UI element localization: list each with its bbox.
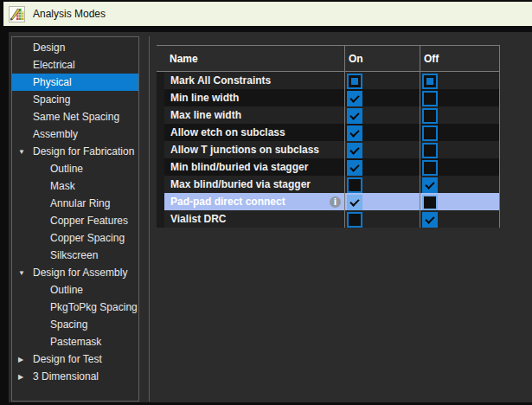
row-on-cell [344, 141, 420, 158]
row-name-cell: Pad-pad direct connecti [164, 193, 344, 210]
checkbox-on-unchecked[interactable] [347, 177, 362, 193]
sidebar-item-silkscreen[interactable]: Silkscreen [12, 247, 138, 264]
checkbox-on-unchecked[interactable] [347, 212, 362, 228]
checkbox-off-unchecked[interactable] [422, 108, 438, 124]
row-off-cell [420, 193, 500, 210]
table-row-min-line-width[interactable]: Min line width [157, 89, 500, 106]
row-on-cell [344, 158, 420, 176]
sidebar-item-design-for-assembly[interactable]: ▼Design for Assembly [12, 264, 138, 281]
row-name-cell: Max line width [164, 106, 344, 124]
sidebar-item-outline[interactable]: Outline [12, 160, 138, 177]
row-name-label: Allow etch on subclass [170, 126, 344, 138]
sidebar-item-same-net-spacing[interactable]: Same Net Spacing [12, 108, 138, 125]
checkbox-on-partial[interactable] [347, 74, 362, 89]
sidebar-item-assembly[interactable]: Assembly [12, 125, 138, 143]
checkbox-off-unchecked[interactable] [422, 195, 438, 210]
checkbox-on-checked[interactable] [347, 160, 362, 176]
analysis-modes-icon [9, 6, 25, 22]
sidebar-item-label: Physical [33, 76, 72, 88]
table-row-min-blind-buried-via-stagger[interactable]: Min blind/buried via stagger [157, 158, 500, 176]
sidebar-item-electrical[interactable]: Electrical [12, 56, 138, 74]
row-gutter [157, 106, 164, 124]
row-name-label: Mark All Constraints [170, 74, 344, 87]
table-row-max-blind-buried-via-stagger[interactable]: Max blind/buried via stagger [157, 176, 500, 193]
sidebar-item-label: Copper Features [50, 215, 128, 227]
row-gutter [157, 72, 164, 89]
row-on-cell [344, 124, 420, 141]
sidebar-item-copper-spacing[interactable]: Copper Spacing [12, 229, 138, 247]
checkbox-on-checked[interactable] [347, 91, 362, 106]
triangle-right-icon[interactable]: ▶ [17, 356, 33, 363]
sidebar-item-label: Copper Spacing [50, 232, 125, 244]
sidebar-item-outline[interactable]: Outline [12, 281, 138, 299]
row-name-label: Vialist DRC [170, 213, 344, 225]
sidebar-item-label: Assembly [33, 128, 78, 140]
panel-divider [149, 36, 150, 402]
row-off-cell [420, 141, 500, 158]
sidebar-item-label: 3 Dimensional [33, 370, 99, 382]
row-name-cell: Min line width [164, 89, 344, 106]
row-gutter [157, 89, 164, 106]
row-name-cell: Allow etch on subclass [164, 124, 344, 141]
row-on-cell [344, 106, 420, 124]
checkbox-on-checked[interactable] [347, 195, 362, 210]
row-gutter [157, 158, 164, 176]
table-row-vialist-drc[interactable]: Vialist DRC [157, 210, 500, 228]
sidebar-item-3-dimensional[interactable]: ▶3 Dimensional [12, 368, 138, 385]
sidebar-item-physical[interactable]: Physical [12, 74, 138, 91]
sidebar-item-design-for-fabrication[interactable]: ▼Design for Fabrication [12, 143, 138, 160]
sidebar-tree: DesignElectricalPhysicalSpacingSame Net … [12, 39, 138, 385]
checkbox-on-checked[interactable] [347, 143, 362, 158]
row-name-label: Min line width [170, 92, 344, 104]
triangle-down-icon[interactable]: ▼ [17, 148, 33, 156]
checkbox-on-checked[interactable] [347, 108, 362, 124]
table-row-pad-pad-direct-connect[interactable]: Pad-pad direct connecti [157, 193, 500, 210]
table-row-allow-t-junctions-on-subclass[interactable]: Allow T junctions on subclass [157, 141, 500, 158]
sidebar-item-label: Silkscreen [50, 249, 98, 261]
row-on-cell [344, 210, 420, 228]
row-off-cell [420, 158, 500, 176]
settings-table: Name On Off Mark All ConstraintsMin line… [157, 45, 500, 228]
checkbox-off-unchecked[interactable] [422, 143, 438, 158]
sidebar-item-label: Design [33, 42, 65, 54]
checkbox-off-unchecked[interactable] [422, 125, 438, 141]
row-on-cell [344, 89, 420, 106]
sidebar-item-label: Electrical [33, 59, 75, 71]
row-name-cell: Allow T junctions on subclass [164, 141, 344, 158]
info-icon[interactable]: i [330, 196, 341, 208]
window-title: Analysis Modes [33, 8, 106, 20]
sidebar-item-spacing[interactable]: Spacing [12, 91, 138, 108]
sidebar-item-label: Design for Test [33, 353, 102, 365]
row-name-label: Pad-pad direct connect [170, 196, 330, 208]
checkbox-on-checked[interactable] [347, 125, 362, 141]
checkbox-off-unchecked[interactable] [422, 91, 438, 106]
sidebar-item-design[interactable]: Design [12, 39, 138, 56]
checkbox-off-unchecked[interactable] [422, 160, 438, 176]
sidebar-item-annular-ring[interactable]: Annular Ring [12, 195, 138, 212]
row-name-label: Allow T junctions on subclass [170, 144, 344, 156]
titlebar[interactable]: Analysis Modes [3, 2, 532, 26]
row-gutter [157, 176, 164, 193]
sidebar-item-label: Pastemask [50, 336, 101, 348]
checkbox-off-checked[interactable] [422, 212, 438, 228]
sidebar-item-mask[interactable]: Mask [12, 177, 138, 195]
sidebar-item-label: Same Net Spacing [33, 111, 119, 123]
row-off-cell [420, 124, 500, 141]
row-name-cell: Mark All Constraints [164, 72, 344, 89]
row-gutter [157, 124, 164, 141]
sidebar-item-copper-features[interactable]: Copper Features [12, 212, 138, 229]
table-row-mark-all-constraints[interactable]: Mark All Constraints [157, 72, 500, 89]
row-off-cell [420, 89, 500, 106]
checkbox-off-partial[interactable] [422, 74, 438, 89]
sidebar-item-spacing[interactable]: Spacing [12, 316, 138, 333]
sidebar-item-pkgtopkg-spacing[interactable]: PkgToPkg Spacing [12, 299, 138, 316]
triangle-down-icon[interactable]: ▼ [17, 269, 33, 277]
sidebar-item-design-for-test[interactable]: ▶Design for Test [12, 350, 138, 368]
table-row-max-line-width[interactable]: Max line width [157, 106, 500, 124]
sidebar-category-tree: DesignElectricalPhysicalSpacingSame Net … [11, 36, 139, 402]
triangle-right-icon[interactable]: ▶ [17, 373, 33, 381]
row-off-cell [420, 210, 500, 228]
sidebar-item-pastemask[interactable]: Pastemask [12, 333, 138, 350]
checkbox-off-checked[interactable] [422, 177, 438, 193]
table-row-allow-etch-on-subclass[interactable]: Allow etch on subclass [157, 124, 500, 141]
